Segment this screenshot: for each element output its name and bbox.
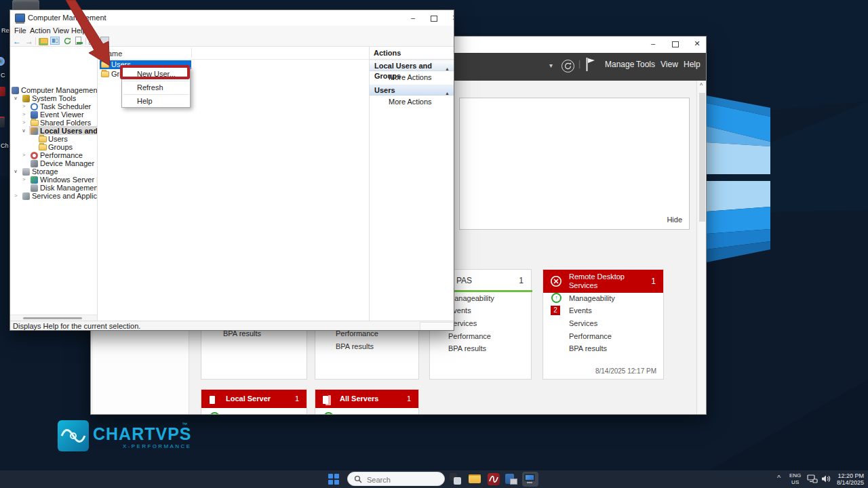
pas-tile-title[interactable]: PAS: [456, 276, 472, 285]
tree-item-system-tools[interactable]: vSystem Tools: [10, 94, 98, 102]
tree-item-device-manager[interactable]: Device Manager: [10, 159, 98, 167]
file-explorer-button[interactable]: [468, 472, 481, 486]
start-button[interactable]: [328, 474, 339, 485]
groups-folder-icon: [101, 71, 109, 77]
tree-item-users[interactable]: Users: [10, 135, 98, 143]
tree-item-performance[interactable]: >Performance: [10, 151, 98, 159]
dark-app-desktop-icon[interactable]: [0, 117, 5, 127]
sm-maximize-button[interactable]: [665, 38, 686, 50]
tree-collapsed-icon[interactable]: >: [22, 102, 25, 110]
tray-date: 8/14/2025: [833, 479, 864, 486]
sm-menu-tools[interactable]: Tools: [636, 60, 655, 69]
close-icon: ✕: [694, 39, 700, 47]
sm-tile-rds[interactable]: Remote Desktop Services 1 ↑ Manageabilit…: [542, 269, 664, 380]
back-icon[interactable]: ←: [13, 37, 21, 46]
tree-item-storage[interactable]: vStorage: [10, 167, 98, 176]
flag-icon[interactable]: [586, 58, 595, 71]
desktop-icon-label-ch[interactable]: Ch: [1, 142, 9, 149]
cm-minimize-button[interactable]: –: [403, 12, 423, 24]
red-chart-app-button[interactable]: [487, 472, 500, 486]
rds-services-link[interactable]: Services: [569, 319, 597, 327]
sm-close-button[interactable]: ✕: [687, 38, 707, 50]
tree-item-computer-management[interactable]: Computer Management (Local): [10, 86, 98, 94]
tree-collapsed-icon[interactable]: >: [22, 110, 25, 119]
red-app-desktop-icon[interactable]: [0, 87, 5, 96]
tree-item-services-and-applications[interactable]: >Services and Applications: [10, 192, 98, 200]
network-icon[interactable]: [807, 474, 818, 484]
pas-performance-link[interactable]: Performance: [448, 332, 491, 340]
cm-menu-action[interactable]: Action: [27, 26, 54, 36]
all-servers-tile-header[interactable]: All Servers 1: [315, 390, 418, 408]
computer-management-taskbar-button[interactable]: [522, 472, 538, 487]
tree-item-shared-folders[interactable]: >Shared Folders: [10, 119, 98, 127]
tree-item-local-users-and-groups[interactable]: vLocal Users and Groups: [10, 127, 98, 135]
sm-notifications-dropdown[interactable]: ▾: [549, 62, 553, 69]
sm-tile-local-server[interactable]: Local Server 1 ↑: [201, 389, 307, 415]
tree-scrollbar-thumb[interactable]: [23, 317, 82, 319]
tree-item-windows-server-backup[interactable]: >Windows Server Backup: [10, 176, 98, 184]
tree-horizontal-scrollbar[interactable]: [10, 314, 97, 321]
sm-scrollbar-thumb[interactable]: [699, 93, 705, 222]
tree-item-task-scheduler[interactable]: >Task Scheduler: [10, 102, 98, 110]
actions-section-users[interactable]: Users▲: [370, 85, 454, 96]
tree-item-disk-management[interactable]: Disk Management: [10, 184, 98, 192]
tile3-bpa-results-link[interactable]: BPA results: [336, 342, 374, 350]
cm-maximize-button[interactable]: [424, 12, 444, 24]
taskbar-search[interactable]: [347, 472, 445, 486]
pas-tile-count: 1: [519, 276, 524, 285]
tree-expanded-icon[interactable]: v: [22, 127, 25, 135]
cm-menu-file[interactable]: File: [12, 26, 29, 36]
actions-more-actions-lug[interactable]: More Actions▶: [370, 72, 454, 83]
rds-tile-header[interactable]: Remote Desktop Services 1: [543, 270, 663, 293]
sm-welcome-panel: Hide: [459, 98, 690, 230]
rds-performance-link[interactable]: Performance: [569, 332, 612, 340]
all-servers-tile-count: 1: [407, 394, 411, 403]
local-server-tile-header[interactable]: Local Server 1: [201, 390, 307, 408]
pas-bpa-results-link[interactable]: BPA results: [448, 344, 486, 352]
tree-collapsed-icon[interactable]: >: [22, 176, 25, 184]
sm-tile-all-servers[interactable]: All Servers 1 ↑: [315, 389, 419, 415]
sm-vertical-scrollbar[interactable]: ^: [696, 81, 707, 415]
list-column-separator: [191, 48, 192, 58]
tree-expanded-icon[interactable]: v: [14, 94, 17, 102]
rds-events-link[interactable]: Events: [569, 306, 592, 314]
cm-close-button[interactable]: ✕: [445, 12, 454, 24]
tray-language[interactable]: ENG US: [789, 472, 801, 486]
chartvps-tagline: X-PERFORMANCE: [123, 443, 191, 449]
sm-refresh-button[interactable]: [561, 60, 574, 73]
tray-chevron[interactable]: ^: [777, 474, 781, 482]
sm-welcome-hide-link[interactable]: Hide: [667, 216, 682, 224]
sm-menu-manage[interactable]: Manage: [605, 60, 634, 69]
rds-bpa-results-link[interactable]: BPA results: [569, 344, 607, 352]
context-menu-help[interactable]: Help: [122, 95, 190, 108]
tree-item-event-viewer[interactable]: >Event Viewer: [10, 110, 98, 119]
tree-collapsed-icon[interactable]: >: [22, 119, 25, 127]
sm-menu-help[interactable]: Help: [684, 60, 701, 69]
tray-clock[interactable]: 12:20 PM 8/14/2025: [833, 472, 864, 486]
search-input[interactable]: [366, 473, 443, 486]
tree-collapsed-icon[interactable]: >: [22, 151, 25, 159]
actions-pane-title: Actions: [374, 49, 401, 57]
actions-section-local-users-groups[interactable]: Local Users and Groups▲: [370, 60, 454, 71]
forward-icon[interactable]: →: [25, 37, 33, 46]
speaker-icon[interactable]: [821, 474, 831, 483]
tree-expanded-icon[interactable]: v: [14, 167, 17, 176]
desktop-screen: Re C Ch – ✕ ▾ | Manage Tools View Help H…: [0, 0, 868, 488]
task-view-button[interactable]: [449, 472, 462, 486]
show-console-tree-icon[interactable]: [50, 37, 60, 45]
desktop-icon-label-recycle[interactable]: Re: [1, 27, 9, 34]
server-manager-taskbar-button[interactable]: [505, 472, 518, 486]
sm-menu-view[interactable]: View: [660, 60, 678, 69]
up-folder-icon[interactable]: [39, 38, 48, 45]
actions-more-actions-users[interactable]: More Actions▶: [370, 96, 454, 107]
pas-manageability-link[interactable]: Manageability: [448, 294, 494, 302]
sm-minimize-button[interactable]: –: [643, 38, 663, 50]
minimize-icon: –: [411, 14, 415, 22]
desktop-icon-label-c[interactable]: C: [1, 72, 5, 79]
tree-item-groups[interactable]: Groups: [10, 143, 98, 151]
rds-manageability-link[interactable]: Manageability: [569, 294, 615, 302]
all-servers-manageability-icon: ↑: [323, 412, 334, 415]
context-menu-refresh[interactable]: Refresh: [122, 81, 190, 94]
scrollbar-up-icon[interactable]: ^: [700, 82, 703, 89]
tree-collapsed-icon[interactable]: >: [14, 192, 17, 200]
